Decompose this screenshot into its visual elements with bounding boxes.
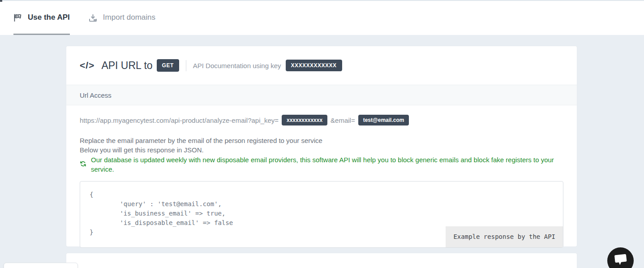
code-icon: </> <box>80 60 94 71</box>
email-param-label: &email= <box>331 117 355 124</box>
tab-label-import-domains: Import domains <box>103 13 155 22</box>
tab-bar: Use the API Import domains <box>0 0 644 35</box>
api-url-row: https://app.myagencytest.com/api-product… <box>80 115 563 125</box>
api-card-header: </> API URL to GET API Documentation usi… <box>66 46 577 85</box>
description-line-2: Below you will get this response in JSON… <box>80 145 563 155</box>
code-caption: Example response by the API <box>446 226 563 247</box>
chat-bubble-icon <box>614 254 627 268</box>
api-key-value-badge: xxxxxxxxxxxx <box>282 115 327 125</box>
code-line: 'query' : 'test@email.com', <box>90 199 554 209</box>
url-access-label: Url Access <box>80 91 112 99</box>
email-value-badge: test@email.com <box>358 115 409 125</box>
code-line: { <box>90 190 554 199</box>
api-url-prefix: https://app.myagencytest.com/api-product… <box>80 117 279 124</box>
tab-use-the-api[interactable]: Use the API <box>13 0 70 35</box>
bottom-left-popup <box>4 263 78 268</box>
api-card: </> API URL to GET API Documentation usi… <box>66 46 577 246</box>
refresh-icon <box>80 160 86 169</box>
code-line: 'is_business_email' => true, <box>90 209 554 218</box>
chat-widget-button[interactable] <box>607 247 634 268</box>
description-line-1: Replace the email parameter by the email… <box>80 136 563 145</box>
update-notice: Our database is updated weekly with new … <box>80 155 563 174</box>
next-section-card <box>66 253 577 268</box>
top-corner-artifact <box>0 0 2 2</box>
update-notice-text: Our database is updated weekly with new … <box>91 155 563 174</box>
doc-label: API Documentation using key <box>193 62 281 69</box>
top-hairline <box>0 0 644 1</box>
code-example-block: { 'query' : 'test@email.com', 'is_busine… <box>80 181 563 248</box>
url-access-section-header: Url Access <box>66 85 577 105</box>
api-card-body: https://app.myagencytest.com/api-product… <box>66 105 577 248</box>
http-method-badge: GET <box>157 59 179 72</box>
header-divider <box>186 60 186 71</box>
tab-import-domains[interactable]: Import domains <box>89 0 155 35</box>
description-block: Replace the email parameter by the email… <box>80 136 563 155</box>
api-key-badge: XXXXXXXXXXXX <box>286 60 342 71</box>
tab-label-use-the-api: Use the API <box>28 13 70 22</box>
download-icon <box>89 13 97 22</box>
page-title: API URL to <box>101 60 152 72</box>
flag-icon <box>13 13 22 22</box>
